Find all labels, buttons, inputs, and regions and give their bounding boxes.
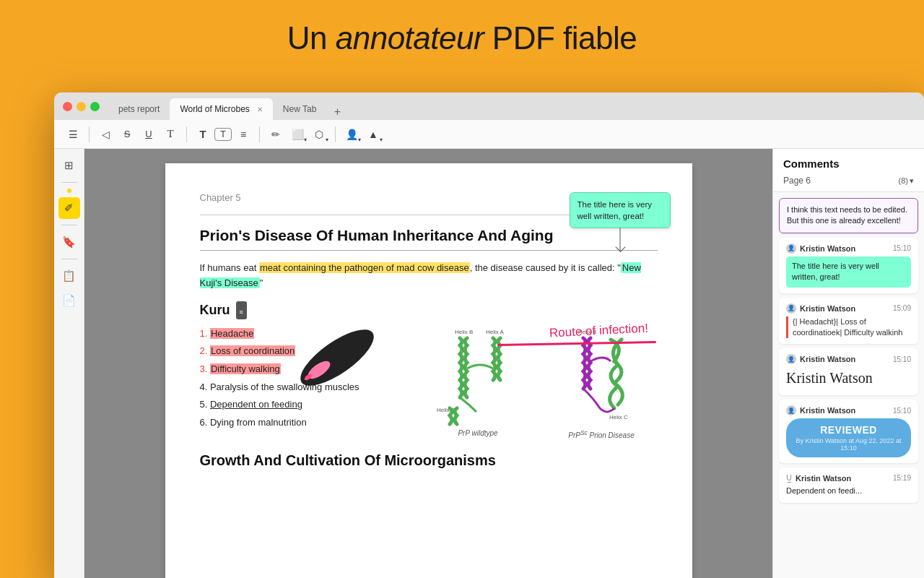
comment-username-6: Kristin Watson (796, 474, 851, 483)
comment-username-5: Kristin Watson (800, 406, 855, 415)
kuru-heading: Kuru ≡ (200, 301, 658, 319)
comment-time-6: 15:19 (893, 474, 911, 482)
minimize-button[interactable] (77, 102, 86, 111)
shape-tool[interactable]: ⬜ (287, 124, 308, 144)
comment-text-1: I think this text needs to be edited. Bu… (787, 204, 910, 227)
toolbar-separator (89, 126, 90, 142)
sidebar-icon-bookmarks[interactable]: 🔖 (58, 231, 80, 253)
sidebar-icon-signatures[interactable]: 📄 (58, 290, 80, 311)
tab-close-icon[interactable]: ✕ (257, 105, 263, 113)
tab-pets-report[interactable]: pets report (108, 98, 170, 120)
reviewed-badge: REVIEWED By Kristin Watson at Aug 22, 20… (786, 418, 911, 457)
pdf-viewer[interactable]: The title here is very well written, gre… (84, 149, 772, 578)
pdf-callout-annotation[interactable]: The title here is very well written, gre… (570, 192, 671, 228)
kuru-list-left: 1. Headache 2. Loss of coordination 3. D… (200, 325, 411, 439)
list-item-2: 2. Loss of coordination (200, 342, 411, 361)
list-tool[interactable]: ≡ (233, 124, 253, 144)
comment-time-5: 15:10 (893, 407, 911, 415)
comment-card-1[interactable]: I think this text needs to be edited. Bu… (779, 198, 918, 233)
svg-text:Helix C: Helix C (609, 414, 628, 420)
text-bold-tool[interactable]: T (193, 124, 213, 144)
callout-arrow (619, 228, 620, 251)
comment-text-6: Dependent on feedi... (786, 486, 911, 496)
comments-page-row: Page 6 (8) ▾ (783, 176, 914, 186)
section-divider (200, 250, 658, 251)
prp-prion-label: PrPSc Prion Disease (546, 429, 658, 439)
svg-text:Helix B: Helix B (455, 329, 473, 335)
pdf-page: The title here is very well written, gre… (165, 163, 692, 578)
kuru-numbered-list: 1. Headache 2. Loss of coordination 3. D… (200, 325, 411, 432)
toolbar-separator-3 (259, 126, 260, 142)
comment-icon-kuru[interactable]: ≡ (236, 301, 247, 319)
banner-post: PDF fiable (484, 20, 637, 56)
comment-user-row-3: 👤 Kristin Watson 15:09 (786, 303, 911, 314)
list-item-6: 6. Dying from malnutrition (200, 414, 411, 432)
list-item-5: 5. Dependent on feeding (200, 396, 411, 414)
color-tool[interactable]: ⬡ (309, 124, 329, 144)
box-text-tool[interactable]: T (214, 128, 232, 141)
comment-card-6[interactable]: U̲ Kristin Watson 15:19 Dependent on fee… (779, 467, 918, 502)
strikethrough-tool[interactable]: S (117, 124, 137, 144)
banner-italic: annotateur (336, 20, 484, 56)
sidebar-separator-2 (61, 225, 77, 225)
tab-world-of-microbes[interactable]: World of Microbes ✕ (170, 98, 272, 120)
pen-tool[interactable]: ✏ (266, 124, 286, 144)
list-item-4: 4. Paralysis of the swallowing muscles (200, 379, 411, 397)
comment-signature-4: Kristin Watson (786, 367, 911, 389)
stamp-tool[interactable]: ▲ (363, 124, 383, 144)
comment-username-2: Kristin Watson (800, 244, 855, 253)
underline-icon: U̲ (786, 473, 792, 483)
select-tool[interactable]: ☰ (63, 124, 83, 144)
maximize-button[interactable] (90, 102, 100, 111)
comment-time-2: 15:10 (893, 244, 911, 252)
content-area: ⊞ ✐ 🔖 📋 📄 The title here is very well wr… (54, 149, 924, 578)
tab-bar: pets report World of Microbes ✕ New Tab … (108, 92, 345, 120)
underline-tool[interactable]: U (139, 124, 159, 144)
reviewed-text: REVIEWED (795, 424, 902, 436)
traffic-lights (54, 102, 100, 111)
comment-card-3[interactable]: 👤 Kristin Watson 15:09 {| Headacht}| Los… (779, 298, 918, 345)
sidebar-icon-annotations[interactable]: ✐ (58, 197, 80, 219)
toolbar-separator-4 (335, 126, 336, 142)
body-paragraph: If humans eat meat containing the pathog… (200, 261, 658, 291)
comment-left-border-3: {| Headacht}| Loss of coordinatioek| Dif… (786, 316, 911, 339)
text-tool[interactable]: T (160, 124, 180, 144)
banner: Un annotateur PDF fiable (0, 0, 924, 71)
toolbar-separator-2 (186, 126, 187, 142)
close-button[interactable] (63, 102, 72, 111)
section-title-prion: Prion's Disease Of Human Inheritance And… (200, 227, 658, 244)
list-item-3: 3. Difficulty walking (200, 361, 411, 379)
new-tab-button[interactable]: + (329, 104, 345, 120)
callout-text: The title here is very well written, gre… (578, 200, 653, 220)
comment-time-4: 15:10 (893, 355, 911, 363)
sidebar-separator (61, 182, 77, 183)
sidebar-icon-thumbnails[interactable]: ⊞ (58, 155, 80, 176)
comment-avatar-2: 👤 (786, 243, 796, 254)
toolbar: ☰ ◁ S U T T T ≡ ✏ ⬜ ⬡ 👤 ▲ (54, 120, 924, 149)
sidebar-separator-3 (61, 259, 77, 259)
banner-pre: Un (287, 20, 336, 56)
highlight-tool[interactable]: ◁ (95, 124, 116, 144)
comment-time-3: 15:09 (893, 304, 911, 312)
comment-user-row-4: 👤 Kristin Watson 15:10 (786, 354, 911, 364)
comments-list[interactable]: I think this text needs to be edited. Bu… (773, 192, 924, 578)
comment-user-row-5: 👤 Kristin Watson 15:10 (786, 405, 911, 415)
list-with-marker: 1. Headache 2. Loss of coordination 3. D… (200, 325, 411, 432)
comment-user-row-2: 👤 Kristin Watson 15:10 (786, 243, 911, 254)
app-window: pets report World of Microbes ✕ New Tab … (54, 92, 924, 578)
comment-username-4: Kristin Watson (800, 355, 855, 363)
comment-card-2[interactable]: 👤 Kristin Watson 15:10 The title here is… (779, 238, 918, 293)
comment-card-5[interactable]: 👤 Kristin Watson 15:10 REVIEWED By Krist… (779, 400, 918, 463)
sidebar-indicator (67, 189, 71, 193)
sidebar-icon-pages[interactable]: 📋 (58, 265, 80, 287)
left-sidebar: ⊞ ✐ 🔖 📋 📄 (54, 149, 84, 578)
list-item-1: 1. Headache (200, 325, 411, 343)
comment-card-4[interactable]: 👤 Kristin Watson 15:10 Kristin Watson (779, 348, 918, 395)
comments-panel: Comments Page 6 (8) ▾ I think this text … (772, 149, 924, 578)
page-badge[interactable]: (8) ▾ (899, 176, 914, 186)
prp-wildtype-label: PrP wildtype (422, 429, 534, 437)
tab-new-tab[interactable]: New Tab (273, 98, 326, 120)
person-tool[interactable]: 👤 (341, 124, 362, 144)
reviewed-sub: By Kristin Watson at Aug 22, 2022 at 15:… (795, 437, 902, 452)
section-title-growth: Growth And Cultivation Of Microorganisms (200, 452, 658, 469)
